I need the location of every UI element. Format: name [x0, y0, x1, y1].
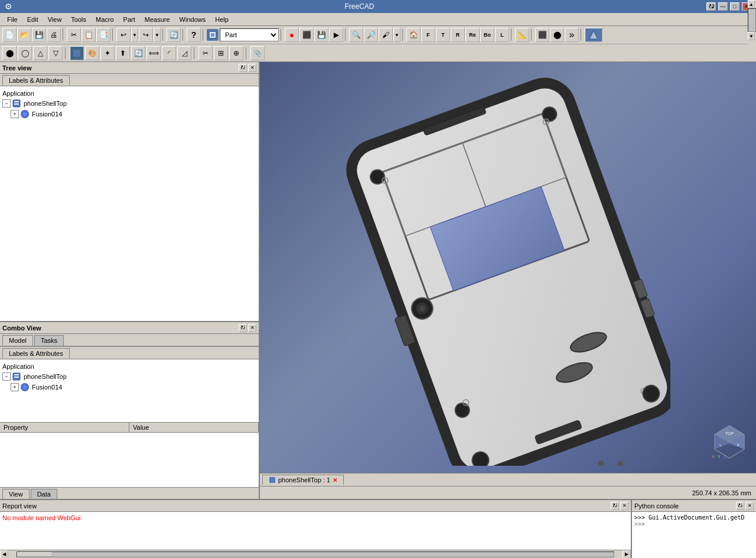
chamfer-btn[interactable]: ◿: [177, 46, 191, 60]
refresh-btn[interactable]: 🔄: [167, 28, 181, 42]
exec-macro-btn[interactable]: ▶: [329, 28, 343, 42]
phone-3d-model: [346, 70, 670, 466]
tree-item-document[interactable]: − phoneShellTop: [2, 98, 256, 109]
top-view-btn[interactable]: T: [436, 28, 450, 42]
vscroll-down-btn[interactable]: ▼: [748, 32, 755, 40]
sphere-btn[interactable]: ⬤: [2, 46, 17, 60]
python-console-content[interactable]: >>> Gui.ActiveDocument.Gui.getD >>>: [632, 512, 756, 558]
menu-help[interactable]: Help: [210, 15, 233, 24]
workbench-select[interactable]: Part: [220, 28, 279, 41]
color-btn[interactable]: [70, 46, 84, 60]
zoom-fit-btn[interactable]: 🔎: [364, 28, 378, 42]
more-btn[interactable]: »: [565, 28, 579, 42]
nav-cube[interactable]: TOP L R X Y Z: [709, 420, 744, 455]
redo-arrow[interactable]: ▼: [154, 28, 161, 42]
restore-btn[interactable]: 🗘: [706, 2, 716, 11]
revolve-btn[interactable]: 🔄: [131, 46, 145, 60]
fillet-btn[interactable]: ◜: [162, 46, 176, 60]
tree-expander-fusion[interactable]: +: [11, 110, 19, 118]
draw-style-btn[interactable]: 🖌: [379, 28, 393, 42]
menu-edit[interactable]: Edit: [22, 15, 43, 24]
new-btn[interactable]: 📄: [2, 28, 17, 42]
tree-tab-labels[interactable]: Labels & Attributes: [2, 75, 70, 86]
report-restore-btn[interactable]: 🗘: [611, 502, 619, 510]
combo-tab-tasks[interactable]: Tasks: [34, 335, 64, 346]
menu-view[interactable]: View: [43, 15, 67, 24]
sep11: [581, 29, 583, 41]
copy-btn[interactable]: 📋: [82, 28, 96, 42]
combo-tree-item-fusion[interactable]: + Fusion014: [11, 382, 256, 392]
home-view-btn[interactable]: 🏠: [406, 28, 421, 42]
report-scrollbar[interactable]: ◀ ▶: [0, 550, 631, 558]
save-macro-btn[interactable]: 💾: [314, 28, 328, 42]
property-tab-data[interactable]: Data: [31, 489, 57, 499]
combo-close-btn[interactable]: ✕: [248, 324, 256, 332]
tree-restore-btn[interactable]: 🗘: [239, 64, 247, 72]
combo-restore-btn[interactable]: 🗘: [239, 324, 247, 332]
python-restore-btn[interactable]: 🗘: [736, 502, 744, 510]
property-tab-view[interactable]: View: [2, 489, 30, 499]
undo-btn[interactable]: ↩: [116, 28, 131, 42]
cross-section-btn[interactable]: ⊞: [214, 46, 228, 60]
bottom-view-btn[interactable]: Bo: [480, 28, 494, 42]
combo-tree-item-doc[interactable]: − phoneShellTop: [2, 371, 256, 382]
record-btn[interactable]: ●: [285, 28, 299, 42]
scrollbar-right-btn[interactable]: ▶: [623, 550, 631, 559]
cylinder-btn[interactable]: ⬤: [550, 28, 564, 42]
menu-measure[interactable]: Measure: [140, 15, 175, 24]
part-workbench-btn[interactable]: [585, 28, 602, 42]
menu-macro[interactable]: Macro: [91, 15, 119, 24]
open-btn[interactable]: 📂: [17, 28, 31, 42]
scrollbar-left-btn[interactable]: ◀: [0, 550, 8, 559]
cone-btn[interactable]: △: [33, 46, 47, 60]
combo-expander-fusion[interactable]: +: [11, 383, 19, 391]
draw-style-arrow[interactable]: ▼: [393, 28, 400, 42]
bool-op-btn[interactable]: ✦: [100, 46, 115, 60]
menu-windows[interactable]: Windows: [175, 15, 211, 24]
view-tab-close[interactable]: ✕: [333, 477, 337, 484]
help-btn[interactable]: ?: [187, 28, 201, 42]
menu-file[interactable]: File: [2, 15, 22, 24]
view-content[interactable]: TOP L R X Y Z: [260, 62, 756, 473]
box-btn[interactable]: ⬛: [535, 28, 549, 42]
attachment-btn[interactable]: 📎: [250, 46, 265, 60]
mirror-btn[interactable]: ⟺: [146, 46, 161, 60]
cut-btn[interactable]: ✂: [67, 28, 81, 42]
stop-btn[interactable]: ⬛: [299, 28, 314, 42]
combo-expander-doc[interactable]: −: [2, 372, 11, 381]
print-btn[interactable]: 🖨: [47, 28, 61, 42]
view-zoom-btn[interactable]: 🔍: [349, 28, 363, 42]
python-vscrollbar[interactable]: ▲ ▼: [748, 0, 756, 47]
bool-frag-btn[interactable]: ⊕: [229, 46, 243, 60]
tree-item-fusion[interactable]: + Fusion014: [11, 109, 256, 119]
redo-btn[interactable]: ↪: [139, 28, 153, 42]
menu-part[interactable]: Part: [119, 15, 140, 24]
bottom-area: Report view 🗘 ✕ No module named WebGui ◀…: [0, 499, 756, 558]
tree-close-btn[interactable]: ✕: [248, 64, 256, 72]
rear-view-btn[interactable]: Re: [465, 28, 480, 42]
view-tab-phoneshell[interactable]: phoneShellTop : 1 ✕: [262, 475, 344, 485]
left-view-btn[interactable]: L: [495, 28, 509, 42]
extrude-btn[interactable]: ⬆: [116, 46, 130, 60]
python-close-btn[interactable]: ✕: [745, 502, 754, 510]
right-view-btn[interactable]: R: [451, 28, 465, 42]
appearance-btn[interactable]: 🎨: [85, 46, 99, 60]
torus-btn[interactable]: ◯: [18, 46, 32, 60]
scrollbar-track[interactable]: [17, 551, 614, 557]
vscroll-up-btn[interactable]: ▲: [748, 0, 755, 8]
scrollbar-thumb[interactable]: [17, 552, 53, 557]
minimize-btn[interactable]: —: [718, 2, 728, 11]
combo-tab-model[interactable]: Model: [2, 335, 33, 346]
report-close-btn[interactable]: ✕: [620, 502, 628, 510]
menu-tools[interactable]: Tools: [66, 15, 91, 24]
measure-tool-btn[interactable]: 📐: [515, 28, 529, 42]
undo-arrow[interactable]: ▼: [131, 28, 138, 42]
tree-expander-doc[interactable]: −: [2, 99, 11, 108]
paste-btn[interactable]: 📑: [96, 28, 110, 42]
save-btn[interactable]: 💾: [32, 28, 46, 42]
section-cut-btn[interactable]: ✂: [198, 46, 213, 60]
tube-btn[interactable]: ▽: [48, 46, 63, 60]
maximize-btn[interactable]: □: [730, 2, 739, 11]
combo-subtab-labels[interactable]: Labels & Attributes: [2, 348, 70, 359]
front-view-btn[interactable]: F: [421, 28, 435, 42]
